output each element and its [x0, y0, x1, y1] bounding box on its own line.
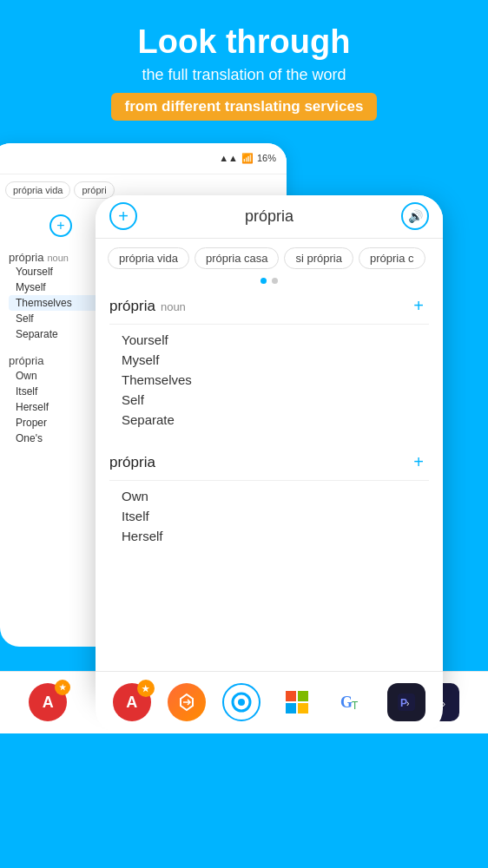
group2-header: própria +	[109, 452, 429, 473]
translation-herself: Herself	[122, 526, 429, 546]
promova-logo-svg: P ›	[394, 690, 419, 714]
microsoft-service-icon[interactable]	[278, 683, 316, 721]
group1-word: própria	[109, 298, 155, 315]
phone-area: 9:02 ▲▲ 📶 16% salgadas. – Por que você c…	[0, 143, 488, 733]
ms-yellow	[298, 703, 308, 713]
abbyy-badge: ★	[137, 680, 155, 697]
translation-itself: Itself	[122, 506, 429, 526]
group2-word: própria	[109, 454, 155, 471]
translation-separate: Separate	[122, 410, 429, 430]
tag-propria-vida[interactable]: própria vida	[108, 247, 189, 269]
reverso-service-icon[interactable]	[168, 683, 206, 721]
translation-themselves: Themselves	[122, 370, 429, 390]
hero-subtitle: the full translation of the word	[17, 66, 471, 84]
translation-own: Own	[122, 486, 429, 506]
reverso-logo-svg	[175, 691, 198, 713]
divider-2	[109, 480, 429, 481]
ms-blue	[286, 703, 296, 713]
group1-header: própria noun +	[109, 296, 429, 317]
group1-word-pos: própria noun	[109, 298, 186, 315]
services-bar-front: A ★	[96, 671, 443, 733]
page-dots	[96, 274, 443, 291]
sound-icon: 🔊	[408, 209, 423, 223]
tag-si-propria[interactable]: si própria	[284, 247, 353, 269]
signal-icon: ▲▲	[219, 153, 238, 163]
sound-button[interactable]: 🔊	[401, 202, 429, 230]
left-tag-2: própri	[74, 181, 114, 199]
left-word-2: própria	[9, 354, 43, 367]
group2-add-button[interactable]: +	[408, 452, 429, 473]
google-translate-service-icon[interactable]: G T	[333, 683, 371, 721]
svg-text:G: G	[340, 694, 353, 711]
divider-1	[109, 324, 429, 325]
lingvanex-logo-svg	[229, 690, 254, 714]
microsoft-logo	[286, 691, 308, 713]
tags-row: própria vida própria casa si própria pró…	[96, 239, 443, 274]
group1-add-button[interactable]: +	[408, 296, 429, 317]
dot-2	[272, 278, 278, 284]
group1-pos: noun	[161, 300, 186, 313]
left-plus-button[interactable]: +	[49, 214, 72, 237]
phone-front-topbar: + própria 🔊	[96, 195, 443, 239]
translation-yourself: Yourself	[122, 330, 429, 350]
tag-propria-c[interactable]: própria c	[359, 247, 425, 269]
left-pos-1: noun	[47, 253, 68, 263]
hero-section: Look through the full translation of the…	[0, 0, 488, 143]
svg-text:T: T	[352, 700, 359, 712]
wifi-icon: 📶	[241, 153, 254, 164]
phone-front: + própria 🔊 própria vida própria casa si…	[96, 195, 443, 699]
abbyy-service-icon[interactable]: A ★	[113, 683, 151, 721]
status-icons: ▲▲ 📶 16%	[219, 153, 276, 164]
ms-green	[298, 691, 308, 701]
tag-propria-casa[interactable]: própria casa	[195, 247, 280, 269]
search-word-display: própria	[245, 207, 293, 226]
translation-group-2: própria + Own Itself Herself	[96, 438, 443, 555]
translation-myself: Myself	[122, 350, 429, 370]
promova-service-icon[interactable]: P ›	[387, 683, 425, 721]
left-tag-1: própria vida	[5, 181, 70, 199]
add-word-button[interactable]: +	[109, 202, 137, 230]
svg-text:›: ›	[406, 699, 409, 708]
translation-group-1: própria noun + Yourself Myself Themselve…	[96, 291, 443, 438]
bg-abbyy-icon: A ★	[29, 683, 67, 721]
dot-1	[260, 278, 267, 284]
hero-title: Look through	[17, 24, 471, 61]
left-word-1: própria	[9, 251, 43, 264]
plus-icon: +	[118, 207, 129, 227]
svg-point-1	[238, 699, 245, 706]
hero-badge: from different translating services	[111, 93, 378, 121]
google-translate-logo-svg: G T	[338, 688, 366, 716]
ms-red	[286, 691, 296, 701]
battery-text: 16%	[257, 153, 276, 163]
translation-self: Self	[122, 390, 429, 410]
lingvanex-service-icon[interactable]	[222, 683, 260, 721]
